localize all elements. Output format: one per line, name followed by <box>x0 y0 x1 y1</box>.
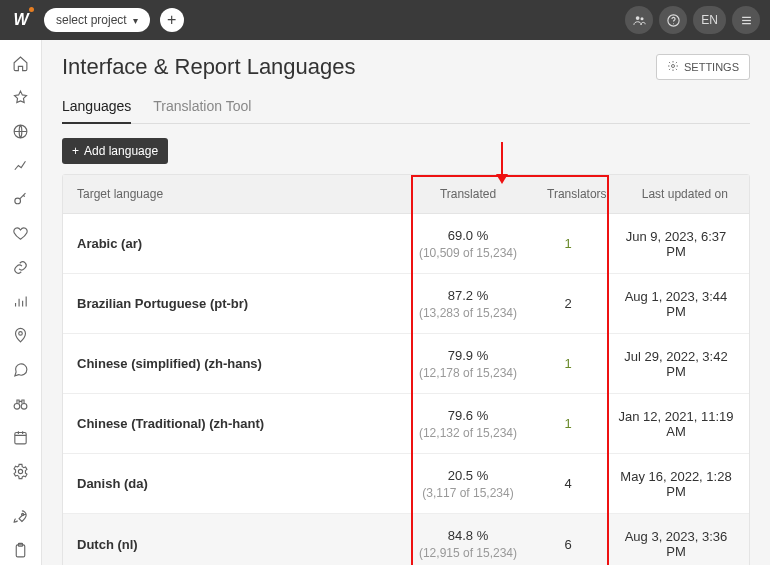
cell-translated: 79.9 %(12,178 of 15,234) <box>403 336 533 392</box>
cell-translators[interactable]: 1 <box>533 344 603 383</box>
table-row[interactable]: Danish (da)20.5 %(3,117 of 15,234)4May 1… <box>63 454 749 514</box>
settings-button-label: SETTINGS <box>684 61 739 73</box>
page-title: Interface & Report Languages <box>62 54 356 80</box>
th-translators[interactable]: Translators <box>533 175 621 213</box>
help-icon[interactable] <box>659 6 687 34</box>
svg-point-8 <box>15 198 21 204</box>
nav-globe[interactable] <box>5 116 37 146</box>
nav-home[interactable] <box>5 48 37 78</box>
tabs: Languages Translation Tool <box>62 90 750 124</box>
table-header: Target language Translated Translators L… <box>63 175 749 214</box>
interface-language-label: EN <box>701 13 718 27</box>
th-translated[interactable]: Translated <box>403 175 533 213</box>
project-select[interactable]: select project ▾ <box>44 8 150 32</box>
cell-updated: Jun 9, 2023, 6:37 PM <box>603 217 749 271</box>
project-select-label: select project <box>56 13 127 27</box>
table-row[interactable]: Arabic (ar)69.0 %(10,509 of 15,234)1Jun … <box>63 214 749 274</box>
nav-heart[interactable] <box>5 218 37 248</box>
cell-translated: 87.2 %(13,283 of 15,234) <box>403 276 533 332</box>
cell-translators[interactable]: 6 <box>533 525 603 564</box>
add-language-button[interactable]: + Add language <box>62 138 168 164</box>
svg-point-17 <box>671 65 674 68</box>
cell-translated: 20.5 %(3,117 of 15,234) <box>403 456 533 512</box>
table-row[interactable]: Dutch (nl)84.8 %(12,915 of 15,234)6Aug 3… <box>63 514 749 565</box>
cell-language: Arabic (ar) <box>63 224 403 263</box>
nav-chat[interactable] <box>5 354 37 384</box>
tab-languages[interactable]: Languages <box>62 90 131 124</box>
add-project-button[interactable]: + <box>160 8 184 32</box>
sidenav <box>0 40 42 565</box>
interface-language-chip[interactable]: EN <box>693 6 726 34</box>
cell-updated: Aug 3, 2023, 3:36 PM <box>603 517 749 565</box>
cell-updated: Jan 12, 2021, 11:19 AM <box>603 397 749 451</box>
svg-point-0 <box>636 16 640 20</box>
cell-translated: 69.0 %(10,509 of 15,234) <box>403 216 533 272</box>
nav-bars[interactable] <box>5 286 37 316</box>
nav-rocket[interactable] <box>5 501 37 531</box>
cell-language: Chinese (simplified) (zh-hans) <box>63 344 403 383</box>
cell-translated: 79.6 %(12,132 of 15,234) <box>403 396 533 452</box>
topbar: W select project ▾ + EN <box>0 0 770 40</box>
cell-language: Danish (da) <box>63 464 403 503</box>
svg-point-11 <box>21 403 27 409</box>
svg-point-3 <box>673 23 674 24</box>
users-icon[interactable] <box>625 6 653 34</box>
nav-settings[interactable] <box>5 456 37 486</box>
svg-point-13 <box>18 469 22 473</box>
main-content: Interface & Report Languages SETTINGS La… <box>42 40 770 565</box>
table-row[interactable]: Chinese (Traditional) (zh-hant)79.6 %(12… <box>63 394 749 454</box>
svg-point-10 <box>14 403 20 409</box>
cell-translators[interactable]: 4 <box>533 464 603 503</box>
table-row[interactable]: Brazilian Portuguese (pt-br)87.2 %(13,28… <box>63 274 749 334</box>
gear-icon <box>667 60 679 74</box>
cell-translators[interactable]: 1 <box>533 224 603 263</box>
th-updated[interactable]: Last updated on <box>621 175 749 213</box>
nav-key[interactable] <box>5 184 37 214</box>
nav-analytics[interactable] <box>5 150 37 180</box>
svg-point-14 <box>22 513 24 515</box>
nav-clipboard[interactable] <box>5 535 37 565</box>
menu-icon[interactable] <box>732 6 760 34</box>
nav-location[interactable] <box>5 320 37 350</box>
cell-translators[interactable]: 1 <box>533 404 603 443</box>
nav-calendar[interactable] <box>5 422 37 452</box>
svg-point-9 <box>19 331 23 335</box>
languages-table: Target language Translated Translators L… <box>62 174 750 565</box>
cell-updated: Aug 1, 2023, 3:44 PM <box>603 277 749 331</box>
cell-language: Chinese (Traditional) (zh-hant) <box>63 404 403 443</box>
table-row[interactable]: Chinese (simplified) (zh-hans)79.9 %(12,… <box>63 334 749 394</box>
nav-link[interactable] <box>5 252 37 282</box>
cell-language: Dutch (nl) <box>63 525 403 564</box>
cell-language: Brazilian Portuguese (pt-br) <box>63 284 403 323</box>
svg-point-1 <box>640 17 643 20</box>
cell-translated: 84.8 %(12,915 of 15,234) <box>403 516 533 565</box>
chevron-down-icon: ▾ <box>133 15 138 26</box>
tab-translation-tool[interactable]: Translation Tool <box>153 90 251 123</box>
cell-updated: Jul 29, 2022, 3:42 PM <box>603 337 749 391</box>
plus-icon: + <box>72 144 79 158</box>
nav-binoculars[interactable] <box>5 388 37 418</box>
nav-favorites[interactable] <box>5 82 37 112</box>
add-language-label: Add language <box>84 144 158 158</box>
th-target[interactable]: Target language <box>63 175 403 213</box>
svg-rect-12 <box>15 432 26 443</box>
settings-button[interactable]: SETTINGS <box>656 54 750 80</box>
cell-updated: May 16, 2022, 1:28 PM <box>603 457 749 511</box>
app-logo[interactable]: W <box>10 9 32 31</box>
cell-translators[interactable]: 2 <box>533 284 603 323</box>
